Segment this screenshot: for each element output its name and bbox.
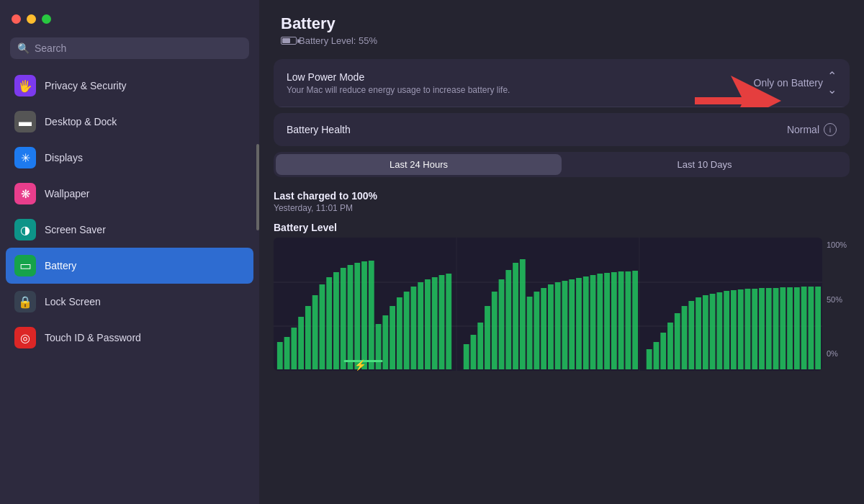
svg-rect-63 bbox=[688, 301, 694, 369]
svg-rect-60 bbox=[667, 323, 673, 369]
sidebar-item-wallpaper[interactable]: ❋ Wallpaper bbox=[6, 176, 253, 212]
sidebar-item-label: Battery bbox=[45, 260, 76, 271]
y-label-0: 0% bbox=[827, 349, 850, 358]
svg-rect-75 bbox=[773, 288, 779, 369]
battery-icon-inline bbox=[281, 37, 297, 45]
svg-rect-48 bbox=[576, 278, 582, 369]
battery-subtitle: Battery Level: 55% bbox=[281, 35, 842, 46]
svg-rect-38 bbox=[505, 270, 511, 369]
svg-rect-49 bbox=[583, 276, 589, 369]
svg-rect-59 bbox=[660, 333, 666, 369]
minimize-button[interactable] bbox=[27, 14, 36, 24]
close-button[interactable] bbox=[12, 14, 21, 24]
svg-rect-79 bbox=[801, 287, 807, 369]
svg-rect-13 bbox=[333, 272, 339, 369]
sidebar-scrollbar[interactable] bbox=[255, 0, 259, 504]
svg-rect-36 bbox=[492, 292, 498, 369]
chart-wrapper: ⚡ bbox=[274, 238, 850, 371]
svg-rect-47 bbox=[569, 279, 575, 369]
battery-health-row: Battery Health Normal i bbox=[274, 113, 850, 146]
svg-rect-11 bbox=[320, 284, 325, 369]
svg-rect-9 bbox=[305, 306, 311, 369]
chart-area: ⚡ bbox=[274, 238, 822, 371]
low-power-mode-card: Low Power Mode Your Mac will reduce ener… bbox=[274, 59, 850, 107]
main-content: Battery Battery Level: 55% Low Power Mod… bbox=[259, 0, 864, 504]
svg-rect-65 bbox=[703, 295, 708, 369]
sidebar-item-screen-saver[interactable]: ◑ Screen Saver bbox=[6, 212, 253, 248]
charge-title: Last charged to 100% bbox=[274, 190, 850, 202]
sidebar-item-battery[interactable]: ▭ Battery bbox=[6, 248, 253, 284]
stepper-icon[interactable]: ⌃⌄ bbox=[827, 69, 837, 96]
touch-id-icon: ◎ bbox=[14, 327, 36, 348]
row-left: Low Power Mode Your Mac will reduce ener… bbox=[287, 71, 754, 95]
time-tabs: Last 24 Hours Last 10 Days bbox=[274, 152, 850, 177]
svg-rect-73 bbox=[759, 288, 765, 369]
svg-rect-68 bbox=[724, 291, 729, 369]
svg-rect-25 bbox=[418, 282, 423, 369]
svg-rect-37 bbox=[499, 279, 505, 369]
lock-screen-icon: 🔒 bbox=[14, 291, 36, 312]
low-power-value: Only on Battery bbox=[754, 77, 824, 89]
svg-rect-67 bbox=[716, 292, 722, 369]
maximize-button[interactable] bbox=[42, 14, 51, 24]
battery-chart-svg: ⚡ bbox=[274, 238, 822, 371]
svg-rect-42 bbox=[534, 292, 539, 369]
battery-level-text: Battery Level: 55% bbox=[299, 35, 377, 46]
sidebar-item-desktop-dock[interactable]: ▬ Desktop & Dock bbox=[6, 104, 253, 140]
search-bar[interactable]: 🔍 bbox=[10, 37, 249, 59]
svg-rect-28 bbox=[439, 275, 445, 369]
svg-rect-81 bbox=[815, 287, 821, 369]
screen-saver-icon: ◑ bbox=[14, 219, 36, 240]
svg-rect-6 bbox=[284, 337, 290, 369]
battery-health-card: Battery Health Normal i bbox=[274, 113, 850, 146]
tab-last-10-days[interactable]: Last 10 Days bbox=[562, 154, 847, 175]
svg-rect-18 bbox=[369, 261, 374, 369]
sidebar-item-label: Lock Screen bbox=[45, 296, 101, 307]
sidebar-item-displays[interactable]: ✳ Displays bbox=[6, 140, 253, 176]
svg-rect-19 bbox=[376, 324, 382, 369]
info-icon[interactable]: i bbox=[824, 123, 837, 136]
search-input[interactable] bbox=[35, 42, 242, 54]
row-right[interactable]: Only on Battery ⌃⌄ bbox=[754, 69, 837, 96]
svg-rect-21 bbox=[390, 306, 395, 369]
sidebar-item-label: Screen Saver bbox=[45, 224, 106, 235]
svg-rect-39 bbox=[513, 263, 518, 369]
y-label-50: 50% bbox=[827, 295, 850, 304]
svg-rect-77 bbox=[787, 287, 793, 369]
svg-rect-10 bbox=[312, 295, 318, 369]
sidebar-list: 🖐 Privacy & Security ▬ Desktop & Dock ✳ … bbox=[0, 68, 259, 504]
battery-sidebar-icon: ▭ bbox=[14, 255, 36, 276]
sidebar-item-label: Wallpaper bbox=[45, 188, 90, 199]
svg-rect-58 bbox=[654, 342, 660, 369]
search-icon: 🔍 bbox=[17, 42, 30, 54]
svg-rect-61 bbox=[675, 313, 680, 369]
svg-rect-26 bbox=[425, 279, 431, 369]
svg-rect-62 bbox=[682, 306, 688, 369]
displays-icon: ✳ bbox=[14, 147, 36, 168]
svg-rect-17 bbox=[361, 261, 367, 369]
svg-rect-32 bbox=[464, 344, 469, 369]
svg-rect-24 bbox=[411, 287, 417, 369]
svg-rect-55 bbox=[625, 271, 631, 369]
low-power-desc: Your Mac will reduce energy usage to inc… bbox=[287, 85, 632, 95]
titlebar bbox=[0, 0, 259, 37]
svg-rect-12 bbox=[326, 277, 332, 369]
svg-rect-69 bbox=[731, 290, 737, 369]
sidebar-scrollbar-thumb bbox=[256, 144, 259, 230]
sidebar-item-touch-id[interactable]: ◎ Touch ID & Password bbox=[6, 320, 253, 356]
low-power-mode-row: Low Power Mode Your Mac will reduce ener… bbox=[274, 59, 850, 107]
svg-rect-66 bbox=[710, 294, 716, 369]
svg-text:⚡: ⚡ bbox=[354, 359, 367, 371]
battery-health-label: Battery Health bbox=[287, 124, 787, 135]
tab-last-24-hours[interactable]: Last 24 Hours bbox=[276, 154, 562, 175]
charge-time: Yesterday, 11:01 PM bbox=[274, 203, 850, 213]
charge-info: Last charged to 100% Yesterday, 11:01 PM bbox=[259, 183, 864, 216]
svg-rect-72 bbox=[752, 289, 757, 369]
svg-rect-70 bbox=[738, 289, 744, 369]
sidebar-item-lock-screen[interactable]: 🔒 Lock Screen bbox=[6, 284, 253, 320]
sidebar-item-privacy-security[interactable]: 🖐 Privacy & Security bbox=[6, 68, 253, 104]
svg-rect-76 bbox=[780, 287, 786, 369]
svg-rect-40 bbox=[520, 259, 526, 369]
row-right: Normal i bbox=[787, 123, 837, 136]
y-label-100: 100% bbox=[827, 240, 850, 249]
